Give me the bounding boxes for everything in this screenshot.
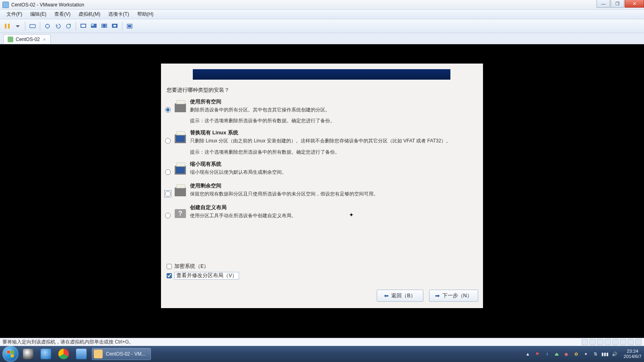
menu-tabs[interactable]: 选项卡(T) [104,10,133,19]
toolbar-separator [122,22,122,31]
tray-flag-icon[interactable]: ⚑ [534,351,541,357]
taskbar-pinned-explorer[interactable] [73,348,89,360]
menu-view[interactable]: 查看(V) [50,10,74,19]
tray-wifi-icon[interactable]: ▮▮▮ [602,351,608,357]
option-desc: 使用分区工具手动在所选设备中创建自定义布局。 [190,212,475,219]
device-display-icon[interactable] [627,339,634,345]
svg-rect-18 [11,354,14,357]
tray-volume-icon[interactable]: 🔊 [611,351,618,357]
menu-edit[interactable]: 编辑(E) [26,10,50,19]
option-replace-linux[interactable]: 替换现有 Linux 系统只删除 Linux 分区（由之前的 Linux 安装创… [165,127,475,158]
toolbar-dropdown-icon[interactable] [13,21,23,31]
option-custom-radio[interactable] [165,213,171,218]
clock-date: 2014/6/7 [623,354,642,359]
svg-rect-15 [7,351,10,354]
host-status-bar: 要将输入定向到该虚拟机，请在虚拟机内部单击或按 Ctrl+G。 [0,338,644,346]
option-shrink[interactable]: 缩小现有系统缩小现有分区以便为默认布局生成剩余空间。 [165,158,475,180]
toolbar-separator [40,22,40,31]
device-usb-icon[interactable] [605,339,611,345]
toolbar-separator [25,22,25,31]
window-maximize-button[interactable]: ❐ [611,0,624,8]
device-network-icon[interactable] [597,339,603,345]
svg-rect-17 [7,354,10,357]
tray-network-icon[interactable]: ⇅ [592,351,599,357]
disk-icon: ? [174,206,187,221]
menu-file[interactable]: 文件(F) [2,10,26,19]
encrypt-checkbox[interactable] [167,264,172,269]
taskbar-task-vmware[interactable]: CentOS-02 - VM... [92,348,151,360]
option-hint: 提示：这个选项将删除您所选设备中的所有数据。确定您进行了备份。 [190,149,475,156]
disk-icon [174,185,187,199]
disk-icon [174,163,187,177]
window-close-button[interactable]: ✕ [625,0,644,8]
option-desc: 缩小现有分区以便为默认布局生成剩余空间。 [190,169,475,176]
option-replace-linux-radio[interactable] [165,138,171,144]
device-sound-icon[interactable] [612,339,619,345]
window-titlebar: CentOS-02 - VMware Workstation — ❐ ✕ [0,0,644,10]
tray-safely-remove-icon[interactable]: ⏏ [553,351,560,357]
option-desc: 保留您的现有数据和分区且只使用所选设备中的未分区空间，假设您有足够的空间可用。 [190,191,475,197]
encrypt-label[interactable]: 加密系统（E） [174,263,209,270]
disk-icon [174,132,187,146]
system-tray: ▲ ⚑ ᚼ ⏏ ◉ ✿ ✦ ⇅ ▮▮▮ 🔊 23:24 2014/6/7 [524,346,642,362]
tray-app1-icon[interactable]: ◉ [563,351,570,357]
toolbar-fullscreen-icon[interactable] [99,21,109,31]
svg-rect-1 [8,24,10,29]
review-layout-checkbox[interactable] [167,273,172,278]
vm-device-tray [582,339,642,345]
option-use-free-radio[interactable] [165,191,171,197]
device-cd-icon[interactable] [589,339,596,345]
tab-vm-centos02[interactable]: CentOS-02 × [3,34,51,44]
device-hdd-icon[interactable] [582,339,588,345]
device-message-icon[interactable] [635,339,642,345]
toolbar-show-console-icon[interactable] [78,21,88,31]
svg-rect-2 [30,25,35,28]
svg-rect-0 [5,24,6,29]
taskbar-clock[interactable]: 23:24 2014/6/7 [623,349,642,359]
next-button[interactable]: ➡ 下一步（N） [429,290,478,302]
toolbar-snapshot-take-icon[interactable] [43,21,52,31]
tab-strip: CentOS-02 × [0,33,644,44]
windows-taskbar: CentOS-02 - VM... ▲ ⚑ ᚼ ⏏ ◉ ✿ ✦ ⇅ ▮▮▮ 🔊 … [0,346,644,362]
menu-vm[interactable]: 虚拟机(M) [74,10,104,19]
disk-icon [174,101,187,115]
option-custom[interactable]: ?创建自定义布局使用分区工具手动在所选设备中创建自定义布局。 [165,202,475,223]
taskbar-pinned-ie[interactable] [38,348,54,360]
toolbar [0,19,644,33]
option-title: 使用剩余空间 [190,182,475,189]
svg-rect-7 [81,25,85,27]
tab-close-icon[interactable]: × [42,37,46,42]
tray-app3-icon[interactable]: ✦ [582,351,589,357]
toolbar-send-ctrl-alt-del-icon[interactable] [28,21,37,31]
taskbar-pinned-chrome[interactable] [56,348,72,360]
svg-rect-9 [91,24,94,26]
device-printer-icon[interactable] [620,339,626,345]
toolbar-separator [76,22,76,31]
option-use-all-radio[interactable] [165,107,171,113]
tray-show-hidden-icon[interactable]: ▲ [524,351,531,357]
toolbar-thumbnail-icon[interactable] [89,21,99,31]
menu-help[interactable]: 帮助(H) [133,10,158,19]
tray-bluetooth-icon[interactable]: ᚼ [544,351,550,357]
tray-app2-icon[interactable]: ✿ [573,351,579,357]
installer-panel: 您要进行哪种类型的安装？ 使用所有空间删除所选设备中的所有分区。其中包含其它操作… [161,64,483,308]
vm-display[interactable]: 您要进行哪种类型的安装？ 使用所有空间删除所选设备中的所有分区。其中包含其它操作… [0,44,644,338]
review-layout-label[interactable]: 查看并修改分区布局（V） [174,272,239,280]
option-shrink-radio[interactable] [165,169,171,175]
back-button[interactable]: ⬅ 返回（B） [377,290,423,302]
toolbar-power-suspend-icon[interactable] [2,21,12,31]
toolbar-snapshot-revert-icon[interactable] [53,21,63,31]
toolbar-unity-icon[interactable] [110,21,120,31]
option-title: 缩小现有系统 [190,160,475,168]
option-use-all[interactable]: 使用所有空间删除所选设备中的所有分区。其中包含其它操作系统创建的分区。提示：这个… [165,96,475,127]
taskbar-pinned-qq[interactable] [20,348,36,360]
toolbar-stretch-icon[interactable] [125,21,134,31]
tab-label: CentOS-02 [16,37,40,42]
arrow-right-icon: ➡ [435,292,440,299]
window-minimize-button[interactable]: — [597,0,610,8]
option-title: 使用所有空间 [190,98,475,105]
start-button[interactable] [2,346,19,362]
toolbar-snapshot-manager-icon[interactable] [64,21,73,31]
back-button-label: 返回（B） [391,292,416,299]
option-use-free[interactable]: 使用剩余空间保留您的现有数据和分区且只使用所选设备中的未分区空间，假设您有足够的… [165,180,475,202]
